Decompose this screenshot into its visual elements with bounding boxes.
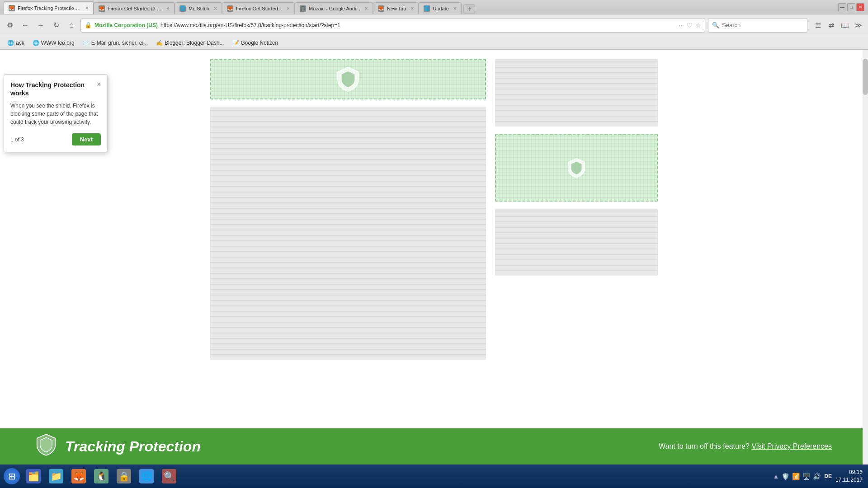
systray-volume-icon[interactable]: 🔊 [813,473,821,480]
tooltip-next-button[interactable]: Next [72,133,101,145]
bookmark-favicon-2: 🌐 [33,40,39,46]
scrollbar-track[interactable] [863,50,868,465]
bookmark-4[interactable]: ✍️ Blogger: Blogger-Dash... [152,38,227,47]
tab-active[interactable]: 🦊 Firefox Tracking Protection — × [4,1,94,14]
address-url: https://www.mozilla.org/en-US/firefox/57… [160,22,676,28]
tab-close-7[interactable]: × [453,5,457,12]
tab-label-6: New Tab [387,6,406,11]
synced-tabs-button[interactable]: ⇄ [826,19,837,31]
nav-icons: ☰ ⇄ 📖 ≫ [812,19,864,31]
tab-3[interactable]: 🌐 Mr. Stitch × [175,2,222,14]
security-lock-icon: 🔒 [85,22,92,28]
tab-close-1[interactable]: × [85,5,89,11]
system-tray: ▲ 🛡️ 📶 🖥️ 🔊 [773,473,821,480]
search-bar[interactable]: 🔍 [708,18,807,33]
bookmark-heart-icon[interactable]: ♡ [687,22,693,29]
tooltip-close-button[interactable]: × [97,81,101,88]
taskbar-item-6[interactable]: 🌐 [136,466,157,486]
address-owner: Mozilla Corporation (US) [94,22,158,28]
tab-label-4: Firefox Get Started... [236,6,282,11]
bookmark-1[interactable]: 🌐 ack [4,38,28,47]
forward-button[interactable]: → [34,19,47,32]
taskbar-icon-5: 🔒 [117,469,131,483]
systray-arrow-icon[interactable]: ▲ [773,473,779,480]
address-more-icon[interactable]: ··· [679,22,684,29]
window-controls: — □ ✕ [838,3,864,11]
taskbar-item-4[interactable]: 🐧 [90,466,112,486]
bookmark-favicon-5: 📝 [232,40,239,46]
tooltip-progress: 1 of 3 [10,136,24,143]
tracking-protection-title: Tracking Protection [65,438,201,455]
right-column [495,59,658,419]
title-bar: 🦊 Firefox Tracking Protection — × 🦊 Fire… [0,0,868,14]
navigation-bar: ⚙ ← → ↻ ⌂ 🔒 Mozilla Corporation (US) htt… [0,14,868,36]
bookmark-favicon-4: ✍️ [156,40,163,46]
bookmark-favicon-3: ✉️ [83,40,90,46]
tab-label-1: Firefox Tracking Protection — [18,5,81,11]
taskbar-icon-1: 🗂️ [26,469,41,483]
tab-7[interactable]: 🌐 Update × [419,2,462,14]
reload-button[interactable]: ↻ [50,19,62,32]
tracking-message-text: Want to turn off this feature? [659,442,750,450]
maximize-button[interactable]: □ [847,3,855,11]
bookmark-label-5: Google Notizen [241,40,278,46]
systray-screen-icon[interactable]: 🖥️ [802,473,810,480]
bookmark-2[interactable]: 🌐 WWW leo.org [29,38,78,47]
bookmarks-bar: 🌐 ack 🌐 WWW leo.org ✉️ E-Mail grün, sich… [0,36,868,50]
taskbar: ⊞ 🗂️ 📁 🦊 🐧 🔒 🌐 🔍 [0,465,868,488]
tooltip-footer: 1 of 3 Next [10,133,101,145]
search-icon: 🔍 [712,22,719,28]
taskbar-icon-7: 🔍 [162,469,176,483]
taskbar-item-1[interactable]: 🗂️ [23,466,44,486]
systray-network-icon[interactable]: 📶 [792,473,800,480]
close-window-button[interactable]: ✕ [856,3,864,11]
bookmark-3[interactable]: ✉️ E-Mail grün, sicher, ei... [79,38,151,47]
tab-close-3[interactable]: × [214,5,217,12]
tab-6[interactable]: 🦊 New Tab × [373,2,419,14]
tab-favicon-5: 🎵 [300,5,306,12]
taskbar-items: 🗂️ 📁 🦊 🐧 🔒 🌐 🔍 [23,466,772,486]
tooltip-popup: How Tracking Protection works × When you… [4,74,108,152]
tab-favicon-6: 🦊 [378,5,384,12]
bookmark-label-2: WWW leo.org [41,40,75,46]
taskbar-icon-firefox: 🦊 [71,469,86,483]
overflow-menu-button[interactable]: ≫ [853,19,864,31]
taskbar-item-7[interactable]: 🔍 [158,466,180,486]
start-button[interactable]: ⊞ [2,466,22,486]
settings-button[interactable]: ⚙ [4,19,16,32]
tab-5[interactable]: 🎵 Mozaic - Google Audi... × [295,2,373,14]
content-placeholder-bottom [495,209,658,276]
taskbar-item-2[interactable]: 📁 [45,466,67,486]
address-bar[interactable]: 🔒 Mozilla Corporation (US) https://www.m… [80,18,705,33]
bookmark-label-4: Blogger: Blogger-Dash... [165,40,224,46]
home-button[interactable]: ⌂ [65,19,78,32]
tab-4[interactable]: 🦊 Firefox Get Started... × [222,2,295,14]
privacy-preferences-link[interactable]: Visit Privacy Preferences [751,442,832,450]
systray-antivirus-icon[interactable]: 🛡️ [782,473,789,480]
bookmark-star-icon[interactable]: ☆ [695,22,701,29]
minimize-button[interactable]: — [838,3,846,11]
scrollbar-thumb[interactable] [863,59,868,95]
bookmark-label-3: E-Mail grün, sicher, ei... [91,40,148,46]
new-tab-button[interactable]: + [463,4,475,14]
taskbar-item-5[interactable]: 🔒 [113,466,135,486]
search-input[interactable] [722,22,803,28]
tab-close-6[interactable]: × [410,5,414,12]
tab-close-2[interactable]: × [166,5,170,12]
tab-favicon-4: 🦊 [227,5,233,12]
bookmark-label-1: ack [16,40,24,46]
tab-close-4[interactable]: × [287,5,290,12]
back-button[interactable]: ← [19,19,32,32]
left-column [210,59,486,419]
tracking-shield-icon [36,433,56,460]
sidebar-button[interactable]: ☰ [812,19,824,31]
tracking-protection-message: Want to turn off this feature? Visit Pri… [659,442,832,450]
tab-label-7: Update [433,6,448,11]
bookmark-5[interactable]: 📝 Google Notizen [229,38,282,47]
taskbar-item-3[interactable]: 🦊 [68,466,90,486]
reader-mode-button[interactable]: 📖 [839,19,851,31]
tab-close-5[interactable]: × [365,5,368,12]
clock-date: 17.11.2017 [835,476,863,484]
shield-icon-large [337,66,359,92]
tab-2[interactable]: 🦊 Firefox Get Started (3 of 3) × [94,2,175,14]
